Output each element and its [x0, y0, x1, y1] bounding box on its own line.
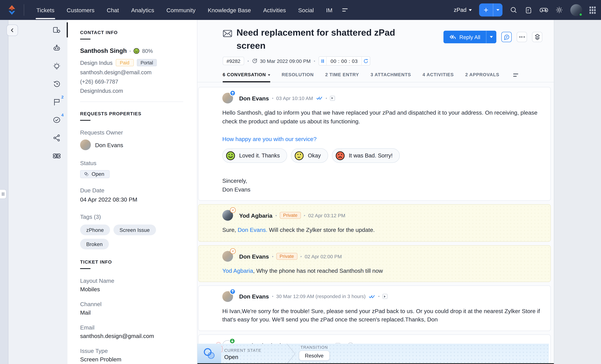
chevron-left-icon	[10, 28, 15, 32]
email-value[interactable]: santhosh.design@gmail.com	[80, 333, 183, 339]
timer-value: 00 : 00 : 03	[327, 57, 362, 65]
expand-message-button[interactable]	[330, 96, 335, 101]
nav-more-icon[interactable]	[342, 9, 348, 11]
requests-owner-row[interactable]: Don Evans	[80, 140, 183, 150]
issue-type-label: Issue Type	[80, 348, 183, 354]
tab-approvals[interactable]: 2 APPROVALS	[465, 72, 499, 82]
contact-name[interactable]: Santhosh Singh	[80, 48, 127, 54]
contact-phone[interactable]: (+26) 669-7787	[80, 79, 183, 85]
reply-all-button[interactable]: Reply All	[443, 30, 486, 43]
rail-item-integrations[interactable]	[52, 152, 61, 160]
mention-link[interactable]: Yod Agbaria	[222, 267, 253, 274]
message-time: 30 Mar 12:09 AM (responded in 3 hours)	[276, 293, 366, 299]
message-author[interactable]: Don Evans	[239, 253, 269, 260]
gamepad-icon	[540, 6, 548, 14]
private-badge: Private	[280, 212, 301, 219]
timer-pause-button[interactable]	[319, 57, 327, 65]
back-button[interactable]	[7, 24, 18, 36]
ticket-timer: 00 : 00 : 03	[319, 56, 371, 66]
release-notes-button[interactable]	[525, 6, 532, 14]
email-channel-icon	[223, 30, 232, 38]
survey-loved-it-button[interactable]: Loved it. Thanks	[222, 148, 287, 163]
nav-item-customers[interactable]: Customers	[60, 0, 100, 20]
layout-name-value[interactable]: Mobiles	[80, 286, 183, 292]
message-time: 03 Apr 10:10 AM	[276, 95, 313, 101]
message-author[interactable]: Don Evans	[239, 293, 269, 300]
due-date-value[interactable]: 04 Apr 2022 08:30 PM	[80, 196, 183, 203]
message-time: 02 Apr 03:12 PM	[308, 212, 345, 218]
resolve-transition-button[interactable]: Resolve	[299, 351, 330, 361]
rail-item-suggestions[interactable]	[52, 62, 61, 70]
body-text: Will check the Zylker store for the upda…	[267, 226, 375, 233]
apps-grid-icon[interactable]	[590, 6, 596, 13]
account-name[interactable]: Design Indus	[80, 60, 112, 66]
issue-type-value[interactable]: Screen Problem	[80, 356, 183, 363]
nav-item-social[interactable]: Social	[292, 0, 320, 20]
search-button[interactable]	[510, 6, 517, 14]
survey-okay-button[interactable]: Okay	[291, 148, 328, 163]
tab-time-entry[interactable]: 2 TIME ENTRY	[325, 72, 359, 82]
nav-item-community[interactable]: Community	[160, 0, 201, 20]
owner-avatar	[80, 140, 91, 150]
timer-reset-button[interactable]	[362, 57, 370, 65]
tag-pill[interactable]: Screen Issue	[113, 224, 156, 235]
rail-item-zia[interactable]	[52, 44, 61, 52]
brand-logo[interactable]	[0, 4, 24, 16]
tab-activities[interactable]: 4 ACTIVITIES	[422, 72, 454, 82]
nav-item-im[interactable]: IM	[320, 0, 339, 20]
message-body: Yod Agbaria, Why the phone has not reach…	[222, 267, 541, 275]
user-avatar[interactable]	[570, 4, 582, 16]
split-merge-button[interactable]	[532, 32, 542, 42]
rail-item-follow[interactable]: 2	[52, 98, 61, 106]
primary-nav: Tickets Customers Chat Analytics Communi…	[30, 0, 352, 20]
gamescope-button[interactable]	[540, 6, 548, 14]
message-author[interactable]: Yod Agbaria	[239, 212, 272, 219]
rail-item-approvals[interactable]: 4	[52, 116, 61, 124]
tab-attachments[interactable]: 3 ATTACHMENTS	[371, 72, 411, 82]
rail-item-history[interactable]	[52, 80, 61, 88]
tag-pill[interactable]: zPhone	[80, 224, 110, 235]
rail-item-ticket-properties[interactable]	[52, 26, 61, 34]
refresh-icon	[364, 58, 369, 63]
layout-name-label: Layout Name	[80, 277, 183, 284]
nav-item-knowledge-base[interactable]: Knowledge Base	[202, 0, 257, 20]
settings-button[interactable]	[555, 6, 563, 14]
channel-value[interactable]: Mail	[80, 309, 183, 316]
private-note-badge-icon	[230, 248, 236, 254]
comment-button[interactable]	[501, 32, 511, 42]
nav-item-chat[interactable]: Chat	[100, 0, 125, 20]
add-button[interactable]: +	[479, 3, 493, 17]
survey-question-link[interactable]: How happy are you with our service?	[222, 136, 541, 142]
tabs-more-icon[interactable]	[513, 74, 518, 77]
message-author[interactable]: Don Evans	[239, 95, 269, 101]
department-selector[interactable]: zPad	[454, 7, 472, 13]
reply-all-dropdown[interactable]	[486, 30, 496, 43]
tag-pill[interactable]: Broken	[80, 239, 109, 249]
company-row: Design Indus Paid Portal	[80, 59, 183, 66]
body-text: Sure,	[222, 226, 238, 233]
add-dropdown-button[interactable]	[493, 3, 502, 17]
private-comment-card: Don Evans Private 02 Apr 02:00 PM Yod Ag…	[198, 245, 551, 282]
contact-website[interactable]: DesignIndus.com	[80, 88, 183, 94]
rail-item-share[interactable]	[52, 134, 61, 142]
panel-resize-handle[interactable]	[0, 189, 7, 199]
nav-item-activities[interactable]: Activities	[257, 0, 292, 20]
more-actions-button[interactable]	[517, 32, 527, 42]
nav-item-tickets[interactable]: Tickets	[30, 0, 61, 20]
ticket-id-chip[interactable]: #9282	[223, 57, 244, 65]
contact-email[interactable]: santhosh.design@email.com	[80, 69, 183, 76]
survey-bad-button[interactable]: It was Bad. Sorry!	[332, 148, 400, 163]
mention-link[interactable]: Don Evans.	[238, 226, 268, 233]
bottom-edge-line	[197, 363, 554, 364]
nav-item-analytics[interactable]: Analytics	[125, 0, 160, 20]
status-value: Open	[92, 171, 104, 177]
collapsed-right-panel	[554, 20, 601, 364]
tab-conversation[interactable]: 6 CONVERSATION	[223, 72, 270, 82]
status-chip[interactable]: Open	[80, 170, 110, 178]
ticket-tools-rail: 2 4	[9, 20, 68, 364]
chevron-down-icon	[268, 74, 270, 76]
expand-message-button[interactable]	[382, 294, 388, 299]
tab-resolution[interactable]: RESOLUTION	[282, 72, 314, 82]
dot-separator	[130, 50, 130, 51]
contact-name-row: Santhosh Singh 80%	[80, 48, 183, 54]
